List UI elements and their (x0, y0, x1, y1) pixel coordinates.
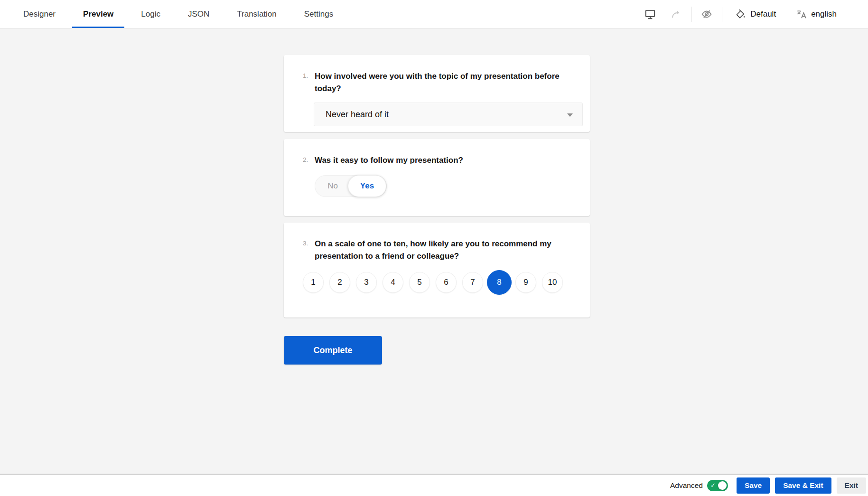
question-title: How involved were you with the topic of … (315, 70, 571, 95)
tab-json[interactable]: JSON (177, 0, 220, 28)
dropdown-value: Never heard of it (326, 110, 389, 120)
question-card-3: 3. On a scale of one to ten, how likely … (284, 223, 590, 318)
theme-selector[interactable]: Default (728, 5, 783, 24)
rating-item[interactable]: 5 (409, 272, 430, 293)
theme-label: Default (750, 9, 776, 19)
check-icon: ✓ (710, 481, 716, 490)
save-button[interactable]: Save (737, 477, 770, 494)
language-selector[interactable]: english (789, 5, 843, 24)
preview-controls: Default english (641, 0, 868, 28)
save-and-exit-button[interactable]: Save & Exit (775, 477, 831, 494)
question-card-1: 1. How involved were you with the topic … (284, 55, 590, 132)
boolean-thumb[interactable]: Yes (348, 175, 386, 197)
show-invisible-elements-icon[interactable] (697, 5, 716, 24)
boolean-switch[interactable]: No Yes (315, 175, 387, 197)
dropdown-never-heard[interactable]: Never heard of it (314, 103, 583, 126)
rating-item[interactable]: 3 (356, 272, 377, 293)
tab-preview[interactable]: Preview (72, 0, 124, 28)
rating-item[interactable]: 10 (542, 272, 563, 293)
question-card-2: 2. Was it easy to follow my presentation… (284, 139, 590, 216)
rating-item[interactable]: 8 (487, 270, 512, 295)
creator-footer: Advanced ✓ Save Save & Exit Exit (0, 474, 868, 496)
boolean-option-yes: Yes (360, 181, 374, 191)
rating-item[interactable]: 9 (515, 272, 536, 293)
boolean-option-no[interactable]: No (315, 175, 351, 197)
exit-button[interactable]: Exit (837, 477, 866, 494)
rating-item[interactable]: 7 (462, 272, 483, 293)
advanced-label: Advanced (670, 481, 703, 490)
creator-tabs: Designer Preview Logic JSON Translation … (9, 0, 347, 28)
rating-item[interactable]: 1 (303, 272, 324, 293)
desktop-preview-icon[interactable] (641, 5, 660, 24)
tab-logic[interactable]: Logic (130, 0, 171, 28)
question-number: 1. (303, 70, 310, 79)
question-title: Was it easy to follow my presentation? (315, 154, 463, 167)
tab-translation[interactable]: Translation (226, 0, 287, 28)
toolbar-divider (691, 7, 691, 22)
toggle-knob (718, 481, 727, 490)
creator-toolbar: Designer Preview Logic JSON Translation … (0, 0, 868, 28)
redo-icon[interactable] (666, 5, 685, 24)
rating-item[interactable]: 2 (329, 272, 350, 293)
complete-button[interactable]: Complete (284, 336, 382, 365)
language-label: english (811, 9, 837, 19)
rating-scale: 1 2 3 4 5 6 7 8 9 10 (303, 269, 571, 296)
advanced-toggle[interactable]: ✓ (707, 480, 728, 491)
tab-designer[interactable]: Designer (12, 0, 66, 28)
tab-settings[interactable]: Settings (293, 0, 344, 28)
question-title: On a scale of one to ten, how likely are… (315, 238, 571, 262)
question-number: 3. (303, 238, 310, 247)
rating-item[interactable]: 6 (436, 272, 457, 293)
chevron-down-icon (567, 113, 573, 117)
rating-item[interactable]: 4 (383, 272, 403, 293)
question-number: 2. (303, 154, 310, 163)
toolbar-divider (722, 7, 722, 22)
